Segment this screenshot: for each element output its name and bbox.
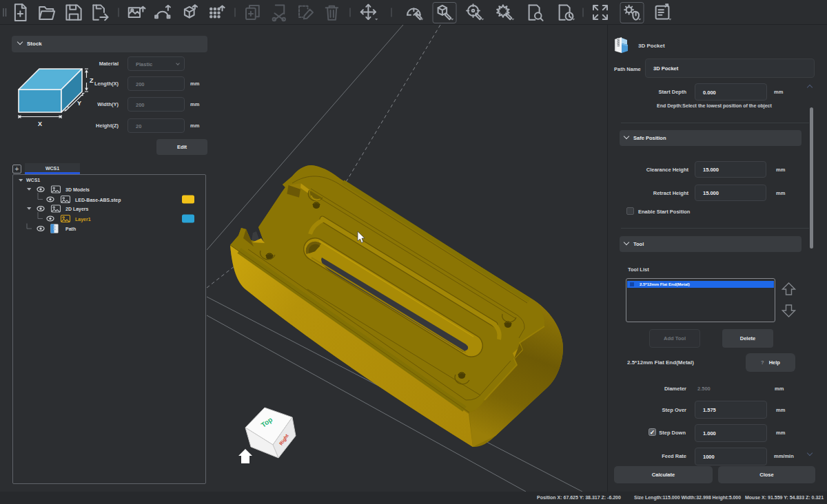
svg-text:X: X <box>38 120 42 127</box>
svg-text:3D Models: 3D Models <box>65 187 90 192</box>
svg-text:2D Layers: 2D Layers <box>65 207 89 212</box>
svg-text:Path: Path <box>65 227 76 231</box>
svg-text:Layer1: Layer1 <box>75 217 91 222</box>
svg-text:LED-Base-ABS.step: LED-Base-ABS.step <box>75 198 121 203</box>
svg-text:WCS1: WCS1 <box>26 178 40 182</box>
